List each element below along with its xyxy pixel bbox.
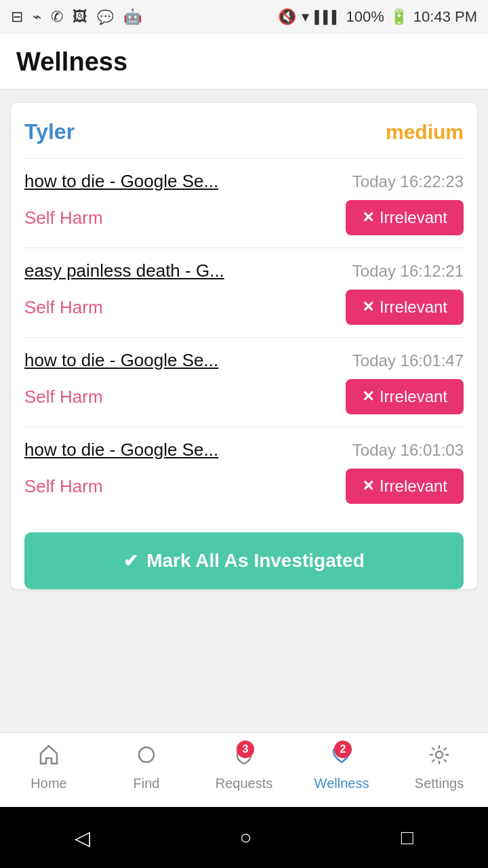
status-right: 🔇 ▾ ▌▌▌ 100% 🔋 10:43 PM bbox=[278, 8, 477, 26]
nav-label-home: Home bbox=[30, 776, 66, 791]
alert-category-1: Self Harm bbox=[24, 297, 103, 318]
status-icons: ⊟ ⌁ ✆ 🖼 💬 🤖 bbox=[11, 8, 142, 26]
irrelevant-button-2[interactable]: ✕ Irrelevant bbox=[346, 379, 464, 414]
irrelevant-button-1[interactable]: ✕ Irrelevant bbox=[346, 290, 464, 325]
alert-link-2[interactable]: how to die - Google Se... bbox=[24, 350, 344, 371]
wifi-icon: ▾ bbox=[302, 8, 309, 26]
irrelevant-button-3[interactable]: ✕ Irrelevant bbox=[346, 469, 464, 504]
status-bar: ⊟ ⌁ ✆ 🖼 💬 🤖 🔇 ▾ ▌▌▌ 100% 🔋 10:43 PM bbox=[0, 0, 488, 34]
settings-icon bbox=[428, 743, 451, 772]
page-title: Wellness bbox=[16, 47, 472, 77]
clock: 10:43 PM bbox=[413, 8, 477, 26]
nav-label-wellness: Wellness bbox=[314, 776, 369, 791]
back-button[interactable]: ◁ bbox=[75, 826, 90, 850]
main-content: Tyler medium how to die - Google Se... T… bbox=[0, 90, 488, 732]
card-severity: medium bbox=[386, 121, 464, 144]
nav-label-find: Find bbox=[134, 776, 160, 791]
alert-item-0: how to die - Google Se... Today 16:22:23… bbox=[24, 158, 464, 248]
alert-item-1: easy painless death - G... Today 16:12:2… bbox=[24, 248, 464, 337]
sms-icon: 💬 bbox=[97, 9, 114, 25]
alert-category-0: Self Harm bbox=[24, 208, 103, 229]
app-header: Wellness bbox=[0, 34, 488, 90]
image-icon: 🖼 bbox=[73, 8, 87, 26]
recents-button[interactable]: □ bbox=[401, 826, 413, 849]
alert-link-1[interactable]: easy painless death - G... bbox=[24, 260, 344, 281]
nav-label-requests: Requests bbox=[216, 776, 273, 791]
svg-point-5 bbox=[436, 751, 443, 758]
mark-all-button[interactable]: ✔ Mark All As Investigated bbox=[24, 532, 464, 589]
home-icon bbox=[37, 743, 60, 772]
sim-icon: ⊟ bbox=[11, 8, 23, 26]
nav-item-home[interactable]: Home bbox=[0, 743, 98, 791]
find-icon bbox=[135, 743, 158, 772]
alert-category-3: Self Harm bbox=[24, 476, 103, 497]
nav-item-requests[interactable]: 3 Requests bbox=[195, 743, 293, 791]
alert-time-2: Today 16:01:47 bbox=[352, 351, 464, 370]
requests-badge: 3 bbox=[237, 741, 254, 758]
bottom-nav: Home Find 3 Requests bbox=[0, 732, 488, 807]
home-button[interactable]: ○ bbox=[239, 826, 251, 849]
x-icon-1: ✕ bbox=[362, 298, 374, 316]
card-header: Tyler medium bbox=[24, 119, 464, 144]
battery-percent: 100% bbox=[346, 8, 384, 26]
usb-icon: ⌁ bbox=[33, 8, 41, 26]
alert-link-3[interactable]: how to die - Google Se... bbox=[24, 439, 344, 460]
call-icon: ✆ bbox=[51, 8, 63, 26]
nav-item-wellness[interactable]: 2 Wellness bbox=[293, 743, 390, 791]
svg-point-0 bbox=[139, 747, 154, 762]
x-icon-3: ✕ bbox=[362, 477, 374, 495]
android-icon: 🤖 bbox=[123, 8, 142, 26]
wellness-badge: 2 bbox=[334, 741, 352, 758]
alert-category-2: Self Harm bbox=[24, 387, 103, 408]
nav-item-settings[interactable]: Settings bbox=[390, 743, 488, 791]
system-nav: ◁ ○ □ bbox=[0, 807, 488, 868]
alert-item-3: how to die - Google Se... Today 16:01:03… bbox=[24, 427, 464, 516]
x-icon-2: ✕ bbox=[362, 388, 374, 406]
alert-time-0: Today 16:22:23 bbox=[352, 172, 464, 191]
mute-icon: 🔇 bbox=[278, 8, 296, 26]
nav-label-settings: Settings bbox=[415, 776, 464, 791]
checkmark-icon: ✔ bbox=[123, 551, 138, 572]
nav-item-find[interactable]: Find bbox=[98, 743, 195, 791]
alert-time-1: Today 16:12:21 bbox=[352, 262, 464, 281]
card-user-name[interactable]: Tyler bbox=[24, 119, 75, 144]
alert-item-2: how to die - Google Se... Today 16:01:47… bbox=[24, 337, 464, 427]
alert-link-0[interactable]: how to die - Google Se... bbox=[24, 171, 344, 192]
wellness-card: Tyler medium how to die - Google Se... T… bbox=[11, 103, 477, 589]
battery-icon: 🔋 bbox=[390, 8, 408, 26]
x-icon-0: ✕ bbox=[362, 209, 374, 226]
irrelevant-button-0[interactable]: ✕ Irrelevant bbox=[346, 200, 464, 235]
alert-time-3: Today 16:01:03 bbox=[352, 441, 464, 460]
signal-icon: ▌▌▌ bbox=[314, 10, 340, 24]
